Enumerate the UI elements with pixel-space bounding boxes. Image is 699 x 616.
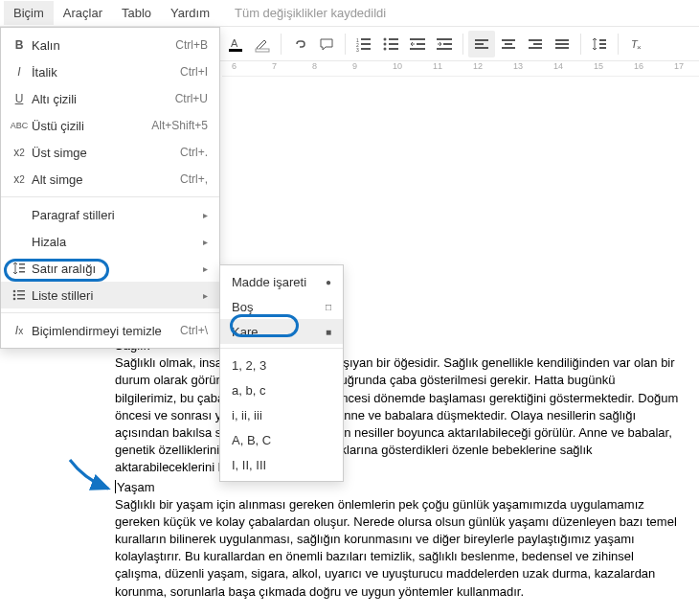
save-status: Tüm değişiklikler kaydedildi	[219, 6, 386, 20]
svg-rect-44	[17, 294, 25, 296]
document-body[interactable]: Sağlık Sağlıklı olmak, insan yaşamı için…	[115, 335, 680, 601]
list-styles-submenu: Madde işareti ● Boş □ Kare ■ 1, 2, 3 a, …	[219, 264, 344, 482]
svg-rect-23	[475, 47, 488, 49]
svg-rect-8	[361, 48, 371, 50]
list-style-empty[interactable]: Boş □	[220, 294, 343, 319]
svg-rect-19	[443, 43, 452, 45]
list-style-square[interactable]: Kare ■	[220, 319, 343, 344]
svg-rect-18	[437, 38, 452, 40]
svg-rect-14	[389, 48, 398, 50]
line-spacing-icon	[9, 262, 30, 275]
menu-item-strike[interactable]: ABC Üstü çizili Alt+Shift+5	[1, 112, 219, 139]
svg-rect-20	[437, 48, 452, 50]
square-icon: ■	[326, 327, 331, 337]
paragraph-saglik: Sağlıklı olmak, insan yaşamı için önem t…	[115, 354, 680, 476]
insert-comment-button[interactable]	[313, 31, 340, 57]
align-center-button[interactable]	[495, 31, 522, 57]
strike-icon: ABC	[9, 121, 30, 130]
menu-item-align[interactable]: Hizala ▸	[1, 228, 219, 255]
list-style-abc[interactable]: a, b, c	[220, 377, 343, 402]
svg-point-11	[384, 42, 387, 45]
svg-rect-21	[475, 39, 488, 41]
menu-item-paragraph-styles[interactable]: Paragraf stilleri ▸	[1, 201, 219, 228]
svg-rect-42	[17, 290, 25, 292]
svg-rect-30	[555, 39, 569, 41]
svg-rect-35	[599, 47, 606, 49]
clear-format-button[interactable]: T×	[623, 31, 650, 57]
menu-item-superscript[interactable]: x2 Üst simge Ctrl+.	[1, 139, 219, 166]
svg-rect-16	[417, 43, 425, 45]
ruler: 67891011121314151617	[222, 61, 699, 77]
chevron-right-icon: ▸	[203, 237, 208, 247]
svg-rect-39	[19, 267, 25, 269]
menu-item-line-spacing[interactable]: Satır aralığı ▸	[1, 255, 219, 282]
svg-rect-32	[555, 47, 569, 49]
svg-text:A: A	[231, 37, 238, 49]
line-spacing-button[interactable]	[586, 31, 613, 57]
svg-rect-1	[229, 49, 242, 52]
bold-icon: B	[9, 38, 30, 52]
menu-tools[interactable]: Araçlar	[54, 1, 112, 25]
svg-rect-26	[502, 47, 515, 49]
align-right-button[interactable]	[522, 31, 549, 57]
svg-rect-34	[599, 43, 606, 45]
menu-bar: Biçim Araçlar Tablo Yardım Tüm değişikli…	[0, 0, 699, 27]
svg-rect-22	[475, 43, 484, 45]
chevron-right-icon: ▸	[203, 290, 208, 301]
italic-icon: I	[9, 65, 30, 79]
increase-indent-button[interactable]	[431, 31, 458, 57]
svg-rect-4	[361, 38, 371, 40]
svg-rect-38	[19, 263, 25, 265]
decrease-indent-button[interactable]	[404, 31, 431, 57]
numbered-list-button[interactable]: 123	[350, 31, 377, 57]
list-style-roman-upper[interactable]: I, II, III	[220, 452, 343, 477]
list-style-roman-lower[interactable]: i, ii, iii	[220, 402, 343, 427]
underline-icon: U	[9, 92, 30, 105]
svg-rect-6	[361, 43, 371, 45]
highlight-color-button[interactable]	[249, 31, 276, 57]
menu-item-list-styles[interactable]: Liste stilleri ▸	[1, 282, 219, 308]
bulleted-list-button[interactable]	[377, 31, 404, 57]
list-style-123[interactable]: 1, 2, 3	[220, 353, 343, 377]
subscript-icon: x2	[9, 172, 30, 186]
svg-rect-24	[502, 39, 515, 41]
menu-item-bold[interactable]: B Kalın Ctrl+B	[1, 32, 219, 58]
superscript-icon: x2	[9, 146, 30, 159]
svg-rect-33	[599, 39, 606, 41]
align-left-button[interactable]	[468, 31, 495, 57]
list-style-abc-upper[interactable]: A, B, C	[220, 427, 343, 452]
svg-rect-31	[555, 43, 569, 45]
align-justify-button[interactable]	[549, 31, 575, 57]
svg-rect-40	[19, 271, 25, 273]
text-color-button[interactable]: A	[222, 31, 249, 57]
svg-rect-27	[529, 39, 542, 41]
svg-rect-2	[256, 49, 269, 52]
paragraph-yasam: Sağlıklı bir yaşam için alınması gereken…	[115, 496, 680, 601]
svg-point-43	[13, 294, 16, 297]
menu-item-italic[interactable]: I İtalik Ctrl+I	[1, 58, 219, 85]
menu-item-clear-formatting[interactable]: Ix Biçimlendirmeyi temizle Ctrl+\	[1, 317, 219, 344]
bullet-icon: ●	[326, 277, 331, 287]
svg-text:×: ×	[637, 43, 642, 52]
svg-rect-28	[533, 43, 542, 45]
list-style-bullet[interactable]: Madde işareti ●	[220, 269, 343, 294]
svg-rect-29	[529, 47, 542, 49]
svg-point-9	[384, 37, 387, 40]
menu-item-underline[interactable]: U Altı çizili Ctrl+U	[1, 85, 219, 112]
svg-text:3: 3	[356, 47, 359, 52]
menu-table[interactable]: Tablo	[112, 1, 161, 25]
insert-link-button[interactable]	[286, 31, 313, 57]
clear-format-icon: Ix	[9, 324, 30, 337]
format-menu: B Kalın Ctrl+B I İtalik Ctrl+I U Altı çi…	[0, 27, 220, 349]
svg-rect-25	[505, 43, 512, 45]
chevron-right-icon: ▸	[203, 210, 208, 220]
svg-rect-17	[410, 48, 425, 50]
menu-format[interactable]: Biçim	[4, 1, 54, 25]
text-cursor	[115, 480, 116, 493]
svg-point-13	[384, 47, 387, 50]
annotation-arrow	[65, 455, 123, 503]
menu-help[interactable]: Yardım	[161, 1, 219, 25]
list-icon	[9, 288, 30, 302]
heading-yasam: Yaşam	[115, 479, 680, 496]
menu-item-subscript[interactable]: x2 Alt simge Ctrl+,	[1, 166, 219, 193]
